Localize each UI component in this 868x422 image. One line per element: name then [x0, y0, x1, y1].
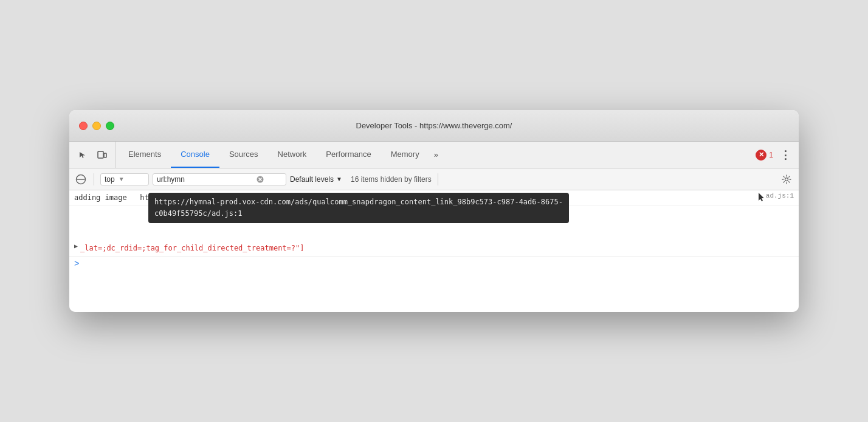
clear-console-button[interactable] [74, 173, 88, 186]
console-row-2: ▶ _lat=;dc_rdid=;tag_for_child_directed_… [69, 206, 799, 257]
more-options-button[interactable]: ⋮ [777, 147, 794, 164]
console-toolbar: top ▼ Default levels ▼ 16 items hidden b… [69, 168, 799, 190]
minimize-button[interactable] [92, 122, 101, 130]
console-row-2-content: _lat=;dc_rdid=;tag_for_child_directed_tr… [80, 243, 794, 254]
error-badge[interactable]: ✕ 1 [756, 150, 773, 161]
filter-input[interactable] [157, 175, 254, 184]
error-icon: ✕ [756, 150, 766, 161]
tab-elements[interactable]: Elements [119, 142, 171, 168]
console-row-1-content: adding image https://ad.doubleclick.net/… [74, 192, 761, 204]
prompt-chevron[interactable]: > [74, 259, 79, 269]
console-content: adding image https://ad.doubleclick.net/… [69, 190, 799, 312]
prompt-row: > [69, 257, 799, 271]
tab-more-button[interactable]: » [429, 142, 443, 168]
clear-filter-button[interactable] [257, 176, 264, 183]
tab-bar: Elements Console Sources Network Perform… [69, 142, 799, 168]
tab-sources[interactable]: Sources [219, 142, 268, 168]
tab-console[interactable]: Console [171, 142, 219, 168]
svg-rect-1 [104, 153, 106, 157]
tab-bar-icons [74, 142, 116, 168]
filter-status: 16 items hidden by filters [351, 175, 432, 184]
window-title: Developer Tools - https://www.theverge.c… [356, 121, 512, 130]
console-prompt-input[interactable] [83, 260, 794, 268]
cursor-icon[interactable] [74, 147, 91, 164]
title-bar: Developer Tools - https://www.theverge.c… [69, 110, 799, 142]
svg-point-7 [785, 178, 788, 181]
tab-performance[interactable]: Performance [316, 142, 381, 168]
console-row-1-file[interactable]: ad.js:1 [766, 192, 794, 199]
device-icon[interactable] [94, 147, 111, 164]
console-text-1: adding image https://ad.doubleclick.net/… [74, 193, 404, 202]
svg-rect-0 [98, 151, 103, 158]
console-text-2: _lat=;dc_rdid=;tag_for_child_directed_tr… [80, 244, 304, 252]
filter-input-wrap [153, 173, 286, 185]
devtools-window: Developer Tools - https://www.theverge.c… [69, 110, 799, 312]
console-row-1: adding image https://ad.doubleclick.net/… [69, 190, 799, 206]
settings-button[interactable] [779, 172, 794, 187]
expand-arrow[interactable]: ▶ [74, 243, 78, 250]
maximize-button[interactable] [106, 122, 114, 130]
traffic-lights [79, 122, 114, 130]
context-select[interactable]: top ▼ [100, 173, 149, 185]
close-button[interactable] [79, 122, 88, 130]
levels-dropdown[interactable]: Default levels ▼ [290, 175, 342, 184]
divider-1 [94, 173, 94, 185]
tab-bar-right: ✕ 1 ⋮ [756, 142, 794, 168]
divider-2 [438, 173, 438, 185]
tab-network[interactable]: Network [268, 142, 317, 168]
tab-memory[interactable]: Memory [381, 142, 429, 168]
